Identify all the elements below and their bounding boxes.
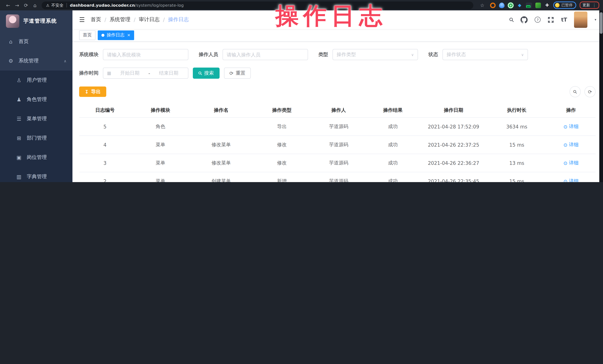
cell-operation-type: 导出 bbox=[252, 118, 312, 135]
extension-gem-icon[interactable]: ◆ bbox=[517, 2, 522, 8]
page-content: 系统模块 操作人员 类型 操作类型 ∨ bbox=[72, 42, 603, 182]
browser-home-icon[interactable]: ⌂ bbox=[30, 2, 39, 8]
scrollbar-track[interactable] bbox=[599, 11, 603, 182]
table-column-header: 操作日期 bbox=[420, 103, 487, 117]
sidebar-item-departments[interactable]: ⊞ 部门管理 bbox=[0, 128, 72, 148]
cell-operation-type: 新增 bbox=[252, 172, 312, 182]
extension-orange-icon[interactable] bbox=[490, 2, 496, 8]
detail-link[interactable]: ⊙ 详细 bbox=[563, 160, 579, 166]
cell-result: 成功 bbox=[366, 136, 420, 154]
breadcrumb-item-system[interactable]: 系统管理 bbox=[110, 16, 130, 23]
on-badge: on bbox=[526, 5, 531, 8]
paused-label: 已暂停 bbox=[561, 3, 573, 8]
tab-home[interactable]: 首页 bbox=[79, 30, 95, 40]
detail-link[interactable]: ⊙ 详细 bbox=[563, 123, 579, 130]
export-button[interactable]: ↧ 导出 bbox=[79, 87, 106, 97]
font-size-icon[interactable]: tT bbox=[561, 17, 567, 23]
reset-icon: ⟳ bbox=[229, 70, 233, 76]
extension-drop-icon[interactable] bbox=[499, 2, 505, 8]
search-icon[interactable]: ⚲ bbox=[509, 16, 513, 23]
table-column-header: 操作名 bbox=[190, 103, 252, 117]
breadcrumb-item-home[interactable]: 首页 bbox=[91, 16, 101, 23]
scrollbar-thumb[interactable] bbox=[600, 12, 603, 34]
breadcrumb-item-current: 操作日志 bbox=[168, 16, 189, 23]
table-header-row: 日志编号 操作模块 操作名 操作类型 操作人 操作结果 操作日期 bbox=[79, 103, 596, 118]
browser-update-button[interactable]: 更新 ⋮ bbox=[580, 1, 599, 9]
avatar-caret-icon[interactable]: ▾ bbox=[595, 18, 596, 22]
tag-view-bar: 首页 操作日志 × bbox=[72, 29, 603, 42]
type-select[interactable]: 操作类型 ∨ bbox=[333, 49, 418, 60]
module-label: 系统模块 bbox=[79, 51, 98, 58]
status-select[interactable]: 操作状态 ∨ bbox=[442, 49, 528, 60]
bookmark-star-icon[interactable]: ☆ bbox=[478, 2, 487, 8]
calendar-icon: ▦ bbox=[107, 71, 111, 76]
avatar[interactable] bbox=[574, 11, 588, 28]
end-date-placeholder[interactable]: 结束日期 bbox=[153, 70, 184, 77]
help-icon[interactable]: ? bbox=[535, 17, 541, 23]
tab-close-icon[interactable]: × bbox=[127, 33, 130, 37]
module-input[interactable] bbox=[103, 49, 188, 60]
sidebar-item-users[interactable]: ♙ 用户管理 bbox=[0, 71, 72, 90]
search-button[interactable]: ⚲ 搜索 bbox=[193, 67, 219, 79]
menu-item-label: 部门管理 bbox=[27, 135, 47, 142]
download-icon: ↧ bbox=[85, 89, 89, 94]
profile-paused-pill[interactable]: 已暂停 bbox=[553, 1, 576, 9]
filter-module: 系统模块 bbox=[79, 49, 188, 60]
table-toolbar: ↧ 导出 ⚲ ⟳ bbox=[79, 86, 596, 97]
cell-log-id: 3 bbox=[79, 154, 131, 172]
cell-operation-type: 修改 bbox=[252, 136, 312, 154]
browser-back-icon[interactable]: ← bbox=[4, 2, 13, 8]
detail-link[interactable]: ⊙ 详细 bbox=[563, 178, 579, 182]
extensions-puzzle-icon[interactable]: ✚ bbox=[544, 2, 550, 8]
github-icon[interactable] bbox=[521, 16, 528, 23]
cell-result: 成功 bbox=[366, 172, 420, 182]
cell-operation-name: 修改菜单 bbox=[190, 136, 252, 154]
main-area: ☰ 首页 / 系统管理 / 审计日志 / 操作日志 ⚲ ? bbox=[72, 11, 603, 182]
operator-input[interactable] bbox=[222, 49, 308, 60]
breadcrumb-item-audit[interactable]: 审计日志 bbox=[139, 16, 160, 23]
extension-on-badge-icon[interactable]: on bbox=[526, 2, 532, 8]
browser-reload-icon[interactable]: ⟳ bbox=[22, 2, 30, 8]
eye-icon: ⊙ bbox=[563, 142, 568, 148]
cell-operator: 芋道源码 bbox=[312, 136, 366, 154]
breadcrumb-separator: / bbox=[104, 17, 106, 23]
refresh-button[interactable]: ⟳ bbox=[584, 86, 596, 97]
not-secure-label[interactable]: 不安全 bbox=[51, 2, 64, 8]
address-bar[interactable]: ⚠ 不安全 dashboard.yudao.iocoder.cn/system/… bbox=[42, 1, 473, 9]
browser-forward-icon[interactable]: → bbox=[13, 2, 22, 8]
sidebar-item-system[interactable]: ⚙ 系统管理 ∧ bbox=[0, 51, 72, 71]
sidebar-toggle-icon[interactable]: ☰ bbox=[79, 16, 85, 23]
operator-label: 操作人员 bbox=[199, 51, 218, 58]
sidebar-item-posts[interactable]: ▣ 岗位管理 bbox=[0, 148, 72, 167]
sidebar-item-home[interactable]: ⌂ 首页 bbox=[0, 32, 72, 51]
start-date-placeholder[interactable]: 开始日期 bbox=[114, 70, 145, 77]
type-select-placeholder: 操作类型 bbox=[336, 51, 356, 58]
browser-menu-dots-icon[interactable]: ⋮ bbox=[592, 3, 596, 8]
tab-operate-log[interactable]: 操作日志 × bbox=[98, 30, 134, 40]
table-column-header: 操作类型 bbox=[252, 103, 312, 117]
extension-leaf-icon[interactable] bbox=[535, 2, 541, 8]
breadcrumb-separator: / bbox=[134, 17, 135, 23]
detail-link[interactable]: ⊙ 详细 bbox=[563, 142, 579, 148]
toggle-search-button[interactable]: ⚲ bbox=[569, 86, 581, 97]
eye-icon: ⊙ bbox=[563, 178, 568, 182]
toolbar-right: ⚲ ⟳ bbox=[566, 86, 596, 97]
fullscreen-icon[interactable] bbox=[548, 17, 554, 23]
sidebar-item-roles[interactable]: ♟ 角色管理 bbox=[0, 90, 72, 109]
sidebar-item-dictionaries[interactable]: ▥ 字典管理 bbox=[0, 167, 72, 182]
cell-operator: 芋道源码 bbox=[312, 172, 366, 182]
cell-log-id: 4 bbox=[79, 136, 131, 154]
menu-item-label: 字典管理 bbox=[27, 173, 47, 180]
filter-operator: 操作人员 bbox=[199, 49, 308, 60]
extension-green-check-icon[interactable]: v bbox=[508, 2, 513, 8]
cell-operator: 芋道源码 bbox=[312, 118, 366, 135]
sidebar-item-menus[interactable]: ☰ 菜单管理 bbox=[0, 109, 72, 128]
chevron-icon: ∧ bbox=[64, 59, 67, 63]
menu-item-label: 岗位管理 bbox=[27, 154, 47, 161]
logo-image bbox=[6, 14, 19, 28]
omnibox-divider bbox=[67, 3, 67, 7]
table-column-header: 操作结果 bbox=[366, 103, 420, 117]
date-range-picker[interactable]: ▦ 开始日期 - 结束日期 bbox=[103, 67, 188, 79]
reset-button[interactable]: ⟳ 重置 bbox=[224, 67, 251, 79]
cell-operator: 芋道源码 bbox=[312, 154, 366, 172]
